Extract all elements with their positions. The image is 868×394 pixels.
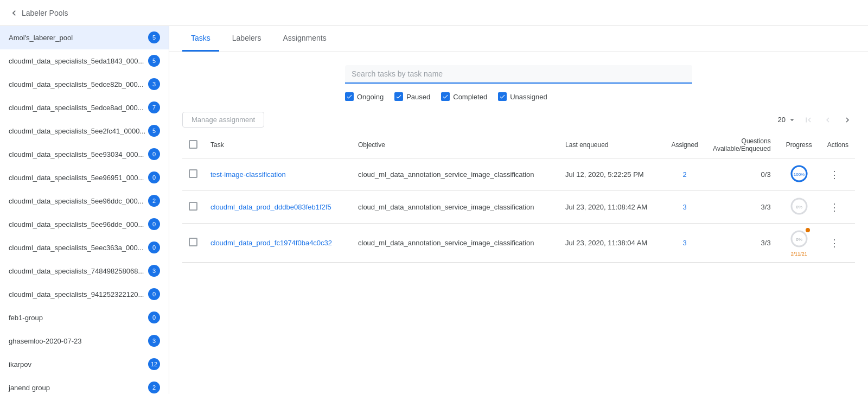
row-checkbox[interactable]	[189, 169, 197, 178]
row-task: cloudml_data_prod_dddbe083feb1f2f5	[204, 191, 352, 224]
filter-checkbox-ongoing[interactable]	[345, 92, 354, 101]
header-progress: Progress	[777, 132, 821, 158]
progress-svg: 100%	[789, 164, 809, 183]
assigned-link[interactable]: 2	[682, 170, 686, 179]
extra-badge: 2/11/21	[791, 251, 807, 257]
sidebar-item-badge: 0	[148, 218, 160, 230]
sidebar-item-cloudml_data_specialists_5ee2fc41[interactable]: cloudml_data_specialists_5ee2fc41_0000..…	[0, 119, 169, 143]
content-area: TasksLabelersAssignments Ongoing	[169, 26, 868, 394]
manage-assignment-button[interactable]: Manage assignment	[182, 112, 264, 128]
pagination: 20	[778, 112, 855, 128]
tab-assignments[interactable]: Assignments	[275, 26, 335, 52]
row-actions-button[interactable]: ⋮	[827, 235, 841, 251]
select-all-checkbox[interactable]	[189, 140, 197, 149]
sidebar-item-badge: 5	[148, 125, 160, 137]
assigned-link[interactable]: 3	[682, 239, 686, 247]
sidebar-item-badge: 12	[148, 358, 160, 370]
filters-row: Ongoing Paused Completed Unassigned	[345, 92, 692, 101]
sidebar-item-badge: 0	[148, 242, 160, 253]
sidebar-item-feb1_group[interactable]: feb1-group 0	[0, 306, 169, 329]
sidebar-item-badge: 2	[148, 195, 160, 207]
sidebar-item-badge: 3	[148, 335, 160, 347]
sidebar-item-cloudml_data_specialists_5ee96951[interactable]: cloudml_data_specialists_5ee96951_000...…	[0, 166, 169, 189]
row-actions-button[interactable]: ⋮	[827, 167, 841, 183]
filter-unassigned[interactable]: Unassigned	[498, 92, 547, 101]
tasks-table: Task Objective Last enqueued Assigned Qu…	[182, 132, 855, 263]
filter-label-completed: Completed	[453, 93, 487, 101]
row-qa: 0/3	[706, 158, 777, 191]
sidebar-item-badge: 0	[148, 171, 160, 183]
row-progress: 0%	[777, 191, 821, 224]
row-task: cloudml_data_prod_fc1974f0ba4c0c32	[204, 224, 352, 263]
filter-label-paused: Paused	[406, 93, 430, 101]
sidebar-item-cloudml_data_specialists_941252322120[interactable]: cloudml_data_specialists_941252322120...…	[0, 283, 169, 306]
task-link[interactable]: cloudml_data_prod_fc1974f0ba4c0c32	[210, 239, 332, 247]
sidebar-item-cloudml_data_specialists_5eec363a[interactable]: cloudml_data_specialists_5eec363a_000...…	[0, 236, 169, 259]
row-checkbox-col	[182, 158, 204, 191]
prev-page-button[interactable]	[820, 112, 835, 128]
sidebar-item-cloudml_data_specialists_5eda1843[interactable]: cloudml_data_specialists_5eda1843_000...…	[0, 49, 169, 73]
row-checkbox-col	[182, 224, 204, 263]
sidebar-item-janend_group[interactable]: janend group 2	[0, 376, 169, 394]
back-button[interactable]: Labeler Pools	[9, 8, 68, 18]
row-actions-button[interactable]: ⋮	[827, 199, 841, 215]
check-icon	[499, 93, 506, 100]
row-objective: cloud_ml_data_annotation_service_image_c…	[352, 191, 559, 224]
svg-text:0%: 0%	[796, 205, 802, 209]
sidebar-item-label: cloudml_data_specialists_5eec363a_000...	[9, 244, 144, 252]
header-last-enqueued: Last enqueued	[559, 132, 663, 158]
sidebar-item-ikarpov[interactable]: ikarpov 12	[0, 353, 169, 376]
chevron-left-icon	[9, 8, 20, 18]
search-input[interactable]	[345, 65, 692, 84]
sidebar-item-ghasemloo_2020_07_23[interactable]: ghasemloo-2020-07-23 3	[0, 329, 169, 353]
filter-checkbox-unassigned[interactable]	[498, 92, 507, 101]
tabs-bar: TasksLabelersAssignments	[169, 26, 868, 52]
row-progress: 100%	[777, 158, 821, 191]
filter-paused[interactable]: Paused	[394, 92, 430, 101]
sidebar-item-cloudml_data_specialists_5ee96dde[interactable]: cloudml_data_specialists_5ee96dde_000...…	[0, 213, 169, 236]
filter-checkbox-paused[interactable]	[394, 92, 403, 101]
sidebar-item-badge: 7	[148, 101, 160, 113]
header-qa: QuestionsAvailable/Enqueued	[706, 132, 777, 158]
sidebar-item-badge: 2	[148, 382, 160, 393]
tasks-content: Ongoing Paused Completed Unassigned	[169, 52, 868, 394]
first-page-button[interactable]	[801, 112, 816, 128]
filter-completed[interactable]: Completed	[441, 92, 487, 101]
row-actions: ⋮	[821, 224, 855, 263]
tab-labelers[interactable]: Labelers	[224, 26, 270, 52]
check-icon	[442, 93, 449, 100]
row-checkbox-col	[182, 191, 204, 224]
sidebar-item-cloudml_data_specialists_748498258068[interactable]: cloudml_data_specialists_748498258068...…	[0, 259, 169, 283]
task-link[interactable]: test-image-classification	[210, 170, 286, 179]
svg-text:100%: 100%	[793, 172, 804, 177]
filter-checkbox-completed[interactable]	[441, 92, 450, 101]
check-icon	[346, 93, 353, 100]
filter-ongoing[interactable]: Ongoing	[345, 92, 384, 101]
sidebar-item-cloudml_data_specialists_5edce8ad[interactable]: cloudml_data_specialists_5edce8ad_000...…	[0, 96, 169, 119]
table-row: cloudml_data_prod_dddbe083feb1f2f5 cloud…	[182, 191, 855, 224]
sidebar-item-amols_laberer_pool[interactable]: Amol's_laberer_pool 5	[0, 26, 169, 49]
row-assigned: 3	[663, 191, 706, 224]
sidebar-item-cloudml_data_specialists_5ee93034[interactable]: cloudml_data_specialists_5ee93034_000...…	[0, 143, 169, 166]
sidebar-item-label: cloudml_data_specialists_5ee96951_000...	[9, 174, 144, 182]
row-assigned: 3	[663, 224, 706, 263]
task-link[interactable]: cloudml_data_prod_dddbe083feb1f2f5	[210, 203, 331, 211]
page-size-select[interactable]: 20	[778, 116, 796, 124]
sidebar-item-badge: 5	[148, 31, 160, 43]
tab-tasks[interactable]: Tasks	[182, 26, 219, 52]
row-objective: cloud_ml_data_annotation_service_image_c…	[352, 224, 559, 263]
next-page-button[interactable]	[840, 112, 855, 128]
row-checkbox[interactable]	[189, 202, 197, 211]
row-last-enqueued: Jul 23, 2020, 11:38:04 AM	[559, 224, 663, 263]
sidebar-item-badge: 3	[148, 78, 160, 90]
sidebar-item-cloudml_data_specialists_5edce82b[interactable]: cloudml_data_specialists_5edce82b_000...…	[0, 73, 169, 96]
sidebar-item-cloudml_data_specialists_5ee96ddc[interactable]: cloudml_data_specialists_5ee96ddc_000...…	[0, 189, 169, 213]
sidebar-item-label: Amol's_laberer_pool	[9, 34, 73, 42]
assigned-link[interactable]: 3	[682, 203, 686, 211]
table-header-row: Task Objective Last enqueued Assigned Qu…	[182, 132, 855, 158]
sidebar: Amol's_laberer_pool 5 cloudml_data_speci…	[0, 26, 169, 394]
sidebar-item-label: cloudml_data_specialists_5edce8ad_000...	[9, 104, 144, 112]
row-checkbox[interactable]	[189, 238, 197, 246]
table-row: cloudml_data_prod_fc1974f0ba4c0c32 cloud…	[182, 224, 855, 263]
main-layout: Amol's_laberer_pool 5 cloudml_data_speci…	[0, 26, 868, 394]
